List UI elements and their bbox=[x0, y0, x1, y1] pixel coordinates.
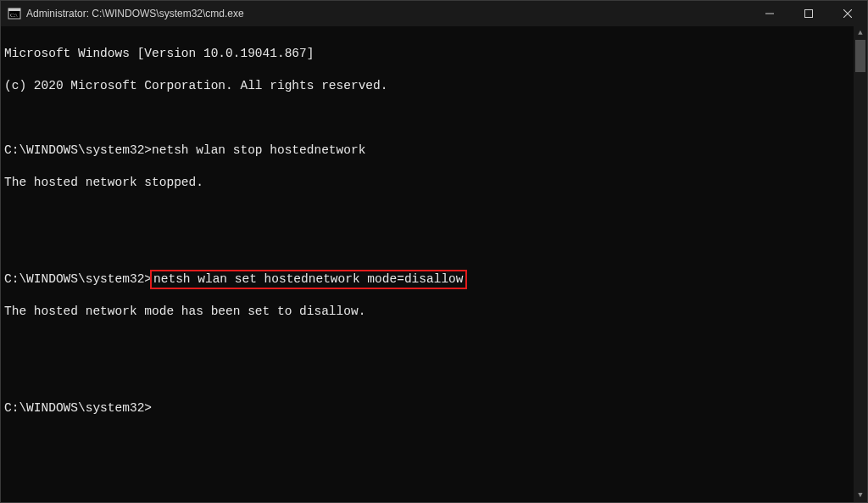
blank-line bbox=[4, 336, 854, 352]
scroll-down-arrow-icon[interactable]: ▼ bbox=[854, 489, 867, 502]
svg-rect-1 bbox=[8, 8, 20, 11]
svg-text:C:\: C:\ bbox=[10, 12, 18, 19]
scroll-up-arrow-icon[interactable]: ▲ bbox=[854, 26, 867, 40]
current-prompt-line: C:\WINDOWS\system32> bbox=[4, 400, 854, 416]
window-title: Administrator: C:\WINDOWS\system32\cmd.e… bbox=[26, 8, 244, 20]
blank-line bbox=[4, 239, 854, 255]
command-2: netsh wlan set hostednetwork mode=disall… bbox=[153, 272, 463, 286]
cmd-icon: C:\ bbox=[8, 7, 21, 20]
window-body: Microsoft Windows [Version 10.0.19041.86… bbox=[1, 26, 867, 502]
version-line: Microsoft Windows [Version 10.0.19041.86… bbox=[4, 46, 854, 62]
prompt: C:\WINDOWS\system32> bbox=[4, 272, 152, 286]
terminal-output[interactable]: Microsoft Windows [Version 10.0.19041.86… bbox=[1, 26, 854, 502]
maximize-button[interactable] bbox=[789, 1, 828, 26]
cmd-window: C:\ Administrator: C:\WINDOWS\system32\c… bbox=[0, 0, 868, 503]
blank-line bbox=[4, 368, 854, 384]
prompt: C:\WINDOWS\system32> bbox=[4, 143, 152, 157]
vertical-scrollbar[interactable]: ▲ ▼ bbox=[854, 26, 867, 502]
command-1: netsh wlan stop hostednetwork bbox=[152, 143, 365, 157]
scroll-thumb[interactable] bbox=[855, 40, 865, 72]
highlighted-command: netsh wlan set hostednetwork mode=disall… bbox=[150, 270, 466, 289]
minimize-button[interactable] bbox=[750, 1, 789, 26]
output-2: The hosted network mode has been set to … bbox=[4, 304, 854, 320]
command-line-2: C:\WINDOWS\system32>netsh wlan set hoste… bbox=[4, 271, 854, 288]
close-button[interactable] bbox=[828, 1, 867, 26]
output-1: The hosted network stopped. bbox=[4, 175, 854, 191]
titlebar[interactable]: C:\ Administrator: C:\WINDOWS\system32\c… bbox=[1, 1, 867, 26]
blank-line bbox=[4, 110, 854, 126]
prompt: C:\WINDOWS\system32> bbox=[4, 401, 152, 415]
blank-line bbox=[4, 207, 854, 223]
copyright-line: (c) 2020 Microsoft Corporation. All righ… bbox=[4, 78, 854, 94]
svg-rect-4 bbox=[805, 10, 813, 18]
command-line-1: C:\WINDOWS\system32>netsh wlan stop host… bbox=[4, 143, 854, 159]
